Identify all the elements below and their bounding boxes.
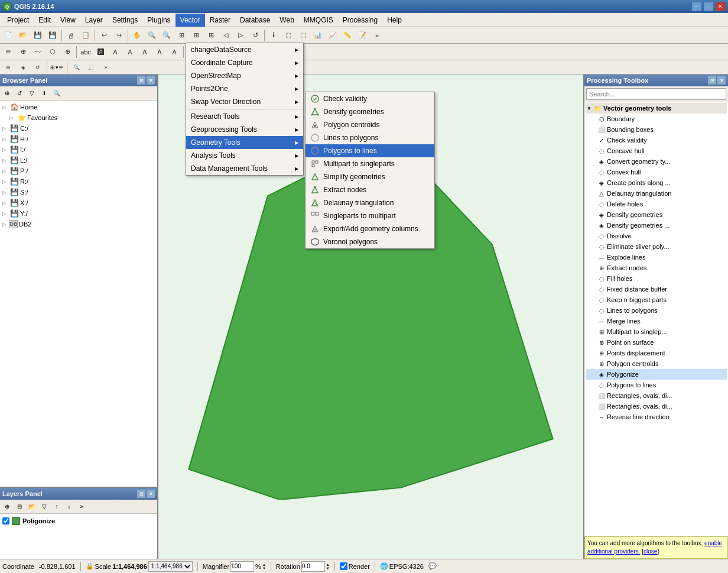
annot-btn[interactable]: 📝 <box>355 28 369 43</box>
label2-btn[interactable]: A <box>108 45 122 59</box>
menu-processing[interactable]: Processing <box>338 14 382 27</box>
proc-item-fixed-distance[interactable]: ◌ Fixed distance buffer <box>586 284 727 294</box>
layers-open-btn[interactable]: 📂 <box>26 501 38 513</box>
print-btn[interactable]: 🖨 <box>64 28 78 43</box>
label3-btn[interactable]: A <box>123 45 137 59</box>
proc-item-delaunay[interactable]: △ Delaunay triangulation <box>586 188 727 199</box>
rotate-btn[interactable]: ↺ <box>31 60 45 75</box>
open-table-btn[interactable]: 📊 <box>311 28 325 43</box>
menu-raster[interactable]: Raster <box>205 14 235 27</box>
layer-poligonize[interactable]: Poligonize <box>1 515 156 527</box>
subm-check-validity[interactable]: Check validity <box>306 92 434 105</box>
proc-item-point-on-surface[interactable]: ⊕ Point on surface <box>586 337 727 348</box>
proc-item-bounding-boxes[interactable]: ⬜ Bounding boxes <box>586 124 727 135</box>
zoom-out-btn[interactable]: 🔍 <box>160 28 174 43</box>
proc-item-rect-ovals2[interactable]: ⬜ Rectangles, ovals, di... <box>586 401 727 412</box>
menu-mmqgis[interactable]: MMQGIS <box>299 14 338 27</box>
subm-extract-nodes[interactable]: Extract nodes <box>306 183 434 196</box>
more3-btn[interactable]: » <box>99 60 113 75</box>
redo-btn[interactable]: ↪ <box>112 28 126 43</box>
menu-web[interactable]: Web <box>275 14 298 27</box>
layers-filter-btn[interactable]: ▽ <box>38 501 50 513</box>
deselect-btn[interactable]: ⬚ <box>296 28 310 43</box>
layers-up-btn[interactable]: ↑ <box>51 501 63 513</box>
abc-btn[interactable]: abc <box>79 45 93 59</box>
proc-close-btn[interactable]: ✕ <box>717 76 726 85</box>
layers-more-btn[interactable]: » <box>76 501 87 513</box>
scale-dropdown[interactable]: 1:1,464,986 <box>148 561 193 572</box>
proc-item-convex-hull[interactable]: ◌ Convex hull <box>586 167 727 177</box>
print-composer-btn[interactable]: 📋 <box>79 28 93 43</box>
tree-item-db2[interactable]: ▷ DB DB2 <box>1 219 156 229</box>
maximize-button[interactable]: □ <box>703 2 714 11</box>
tree-item-favourites[interactable]: ▷ ⭐ Favourites <box>8 112 156 123</box>
proc-item-eliminate-sliver[interactable]: ◌ Eliminate sliver poly... <box>586 241 727 252</box>
proc-item-points-displacement[interactable]: ⊕ Points displacement <box>586 348 727 358</box>
vmenu-openstreetmap[interactable]: OpenStreetMap ▶ <box>186 69 303 82</box>
vmenu-geoprocessing-tools[interactable]: Geoprocessing Tools ▶ <box>186 123 303 136</box>
identify-btn[interactable]: ℹ <box>266 28 281 43</box>
tree-item-l[interactable]: ▷ 💾 L:/ <box>1 155 156 166</box>
adv-dig-btn[interactable]: ◈ <box>16 60 30 75</box>
magnifier-down[interactable]: ▼ <box>262 566 266 570</box>
zoom-layer-btn[interactable]: ⊞ <box>189 28 203 43</box>
label4-btn[interactable]: A <box>138 45 152 59</box>
add-polygon-btn[interactable]: ⬡ <box>46 45 60 59</box>
add-point-btn[interactable]: ⊕ <box>16 45 30 59</box>
rotation-spinner[interactable]: ▲ ▼ <box>326 563 330 570</box>
proc-item-explode-lines[interactable]: — Explode lines <box>586 252 727 263</box>
zoom-prev-btn[interactable]: ◁ <box>219 28 233 43</box>
browser-add-btn[interactable]: ⊕ <box>1 88 13 99</box>
browser-float-btn[interactable]: ⊡ <box>137 76 145 85</box>
tree-item-home[interactable]: ▷ 🏠 Home <box>1 102 156 112</box>
layers-remove-btn[interactable]: ⊟ <box>14 501 25 513</box>
render-checkbox[interactable] <box>340 562 347 570</box>
refresh-btn[interactable]: ↺ <box>248 28 262 43</box>
label-btn[interactable]: 🅰 <box>93 45 108 59</box>
proc-item-fill-holes[interactable]: ◌ Fill holes <box>586 273 727 284</box>
menu-plugins[interactable]: Plugins <box>142 14 175 27</box>
browser-info-btn[interactable]: ℹ <box>38 88 50 99</box>
menu-help[interactable]: Help <box>382 14 407 27</box>
snap-btn[interactable]: ⊕ <box>1 60 15 75</box>
proc-item-densify2[interactable]: ◈ Densify geometries ... <box>586 220 727 231</box>
vmenu-research-tools[interactable]: Research Tools ▶ <box>186 110 303 123</box>
proc-item-concave-hull[interactable]: ◌ Concave hull <box>586 145 727 156</box>
zoom-selection-btn[interactable]: ⊞ <box>204 28 218 43</box>
vmenu-geometry-tools[interactable]: Geometry Tools ▶ <box>186 136 303 149</box>
label5-btn[interactable]: A <box>152 45 167 59</box>
rotation-down[interactable]: ▼ <box>326 566 330 570</box>
menu-vector[interactable]: Vector <box>176 14 205 27</box>
vmenu-analysis-tools[interactable]: Analysis Tools ▶ <box>186 149 303 162</box>
rotation-input[interactable] <box>301 561 325 572</box>
browser-refresh-btn[interactable]: ↺ <box>14 88 25 99</box>
proc-item-dissolve[interactable]: ◌ Dissolve <box>586 231 727 241</box>
magnifier-input[interactable] <box>230 561 254 572</box>
proc-item-polygon-centroids[interactable]: ⊕ Polygon centroids <box>586 358 727 369</box>
browser-close-btn[interactable]: ✕ <box>147 76 155 85</box>
close-info-link[interactable]: close <box>644 548 657 555</box>
magnifier-spinner[interactable]: ▲ ▼ <box>262 563 266 570</box>
vmenu-coord-capture[interactable]: Coordinate Capture ▶ <box>186 56 303 69</box>
menu-edit[interactable]: Edit <box>34 14 56 27</box>
menu-project[interactable]: Project <box>2 14 34 27</box>
messages-btn[interactable]: 💬 <box>428 562 437 570</box>
tree-item-x[interactable]: ▷ 💾 X:/ <box>1 198 156 208</box>
subm-polygon-centroids[interactable]: Polygon centroids <box>306 118 434 131</box>
vmenu-points2one[interactable]: Points2One ▶ <box>186 82 303 95</box>
vmenu-data-management[interactable]: Data Management Tools ▶ <box>186 162 303 175</box>
measure-btn[interactable]: 📏 <box>340 28 355 43</box>
zoom-full-btn[interactable]: ⊞ <box>174 28 188 43</box>
new-project-btn[interactable]: 📄 <box>1 28 15 43</box>
proc-item-polygonize[interactable]: ◈ Polygonize <box>586 369 727 380</box>
open-btn[interactable]: 📂 <box>16 28 30 43</box>
tree-item-s[interactable]: ▷ 💾 S:/ <box>1 187 156 198</box>
move-feature-btn[interactable]: ⊕ <box>60 45 74 59</box>
menu-view[interactable]: View <box>56 14 80 27</box>
layer-visibility-checkbox[interactable] <box>2 517 9 525</box>
proc-item-multipart-singlep[interactable]: ⊞ Multipart to singlep... <box>586 326 727 337</box>
edit-layer-btn[interactable]: ✏ <box>1 45 15 59</box>
menu-database[interactable]: Database <box>235 14 275 27</box>
stats-btn[interactable]: 📈 <box>326 28 340 43</box>
coordinate-value-area[interactable]: -0.828,1.601 <box>39 563 76 570</box>
